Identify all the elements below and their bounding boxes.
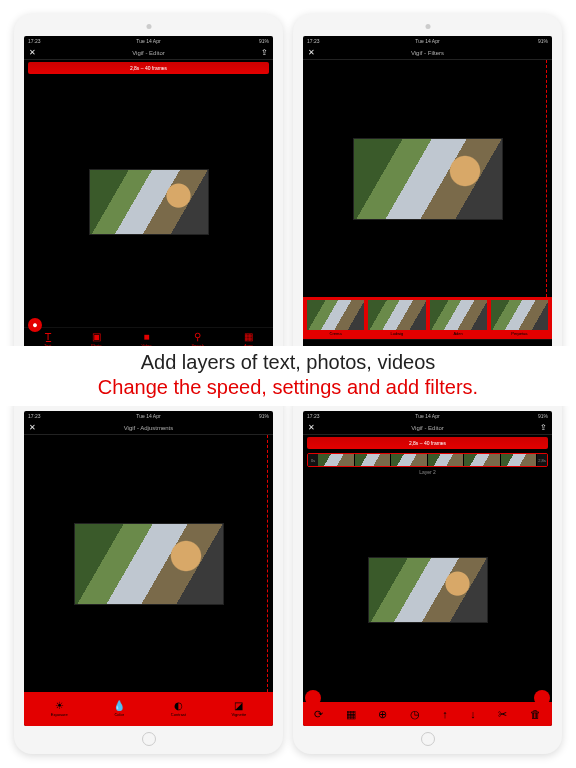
nav-bar: ✕ Vigif - Editor ⇪ (303, 421, 552, 435)
drop-icon: 💧 (113, 701, 125, 711)
status-bar: 17:23 Tue 14 Apr 91% (303, 36, 552, 46)
gif-preview[interactable] (368, 557, 488, 623)
frames-bar[interactable]: 2,8s – 40 frames (307, 437, 548, 449)
status-bar: 17:23 Tue 14 Apr 91% (303, 411, 552, 421)
filter-perpetua[interactable]: Perpetua (491, 300, 548, 336)
nav-bar: ✕ Vigif - Filters (303, 46, 552, 60)
screen-title: Vigif - Editor (411, 425, 444, 431)
filter-thumb (430, 300, 487, 330)
crop-edge[interactable] (546, 60, 552, 297)
home-button[interactable] (142, 732, 156, 746)
status-bar: 17:23 Tue 14 Apr 91% (24, 36, 273, 46)
timeline-thumb[interactable] (391, 454, 428, 466)
caption-line-1: Add layers of text, photos, videos (0, 350, 576, 375)
adjust-contrast[interactable]: ◐Contrast (171, 701, 186, 717)
record-fab[interactable]: ● (28, 318, 42, 332)
nav-bar: ✕ Vigif - Adjustments (24, 421, 273, 435)
filter-crema[interactable]: Crema (307, 300, 364, 336)
canvas[interactable] (303, 477, 552, 702)
frames-bar[interactable]: 2,8s – 40 frames (28, 62, 269, 74)
grid-icon[interactable]: ▦ (346, 708, 356, 721)
nav-bar: ✕ Vigif - Editor ⇪ (24, 46, 273, 60)
sun-icon: ☀ (55, 701, 64, 711)
loop-icon[interactable]: ⟳ (314, 708, 323, 721)
apps-icon: ▦ (244, 332, 253, 342)
status-battery: 91% (259, 38, 269, 44)
share-icon[interactable]: ⇪ (261, 48, 268, 57)
photo-icon: ▣ (92, 332, 101, 342)
canvas[interactable] (24, 76, 273, 327)
canvas[interactable] (303, 60, 552, 297)
close-icon[interactable]: ✕ (29, 48, 36, 57)
adjust-color[interactable]: 💧Color (113, 701, 125, 717)
vignette-icon: ◪ (234, 701, 243, 711)
close-icon[interactable]: ✕ (308, 48, 315, 57)
timeline[interactable]: 0s 2,8s (307, 453, 548, 467)
clock-icon[interactable]: ◷ (410, 708, 420, 721)
timeline-thumb[interactable] (501, 454, 538, 466)
marketing-caption: Add layers of text, photos, videos Chang… (0, 346, 576, 406)
status-date: Tue 14 Apr (136, 38, 160, 44)
crop-edge[interactable] (267, 435, 273, 692)
screen-title: Vigif - Adjustments (124, 425, 174, 431)
up-icon[interactable]: ↑ (442, 708, 448, 720)
gif-preview[interactable] (353, 138, 503, 220)
filter-thumb (368, 300, 425, 330)
text-icon: T̲ (45, 332, 51, 342)
video-icon: ■ (143, 332, 149, 342)
adjust-vignette[interactable]: ◪Vignette (232, 701, 247, 717)
cut-icon[interactable]: ✂ (498, 708, 507, 721)
caption-line-2: Change the speed, settings and add filte… (0, 375, 576, 400)
globe-icon[interactable]: ⊕ (378, 708, 387, 721)
filter-aden[interactable]: Aden (430, 300, 487, 336)
filter-thumb (491, 300, 548, 330)
contrast-icon: ◐ (174, 701, 183, 711)
frames-label: 2,8s – 40 frames (130, 65, 167, 71)
layer-label: Layer 2 (303, 469, 552, 477)
filter-thumb (307, 300, 364, 330)
trash-icon[interactable]: 🗑 (530, 708, 541, 720)
filter-strip: Crema Ludwig Aden Perpetua (303, 297, 552, 339)
layer-toolbar: ⟳ ▦ ⊕ ◷ ↑ ↓ ✂ 🗑 (303, 702, 552, 726)
timeline-end: 2,8s (537, 454, 547, 466)
adjustments-strip: ☀Exposure 💧Color ◐Contrast ◪Vignette (24, 692, 273, 726)
timeline-start: 0s (308, 454, 318, 466)
share-icon[interactable]: ⇪ (540, 423, 547, 432)
filter-ludwig[interactable]: Ludwig (368, 300, 425, 336)
home-button[interactable] (421, 732, 435, 746)
adjust-exposure[interactable]: ☀Exposure (51, 701, 68, 717)
close-icon[interactable]: ✕ (308, 423, 315, 432)
screen-title: Vigif - Editor (132, 50, 165, 56)
ipad-layers: 17:23 Tue 14 Apr 91% ✕ Vigif - Editor ⇪ … (293, 389, 562, 754)
down-icon[interactable]: ↓ (470, 708, 476, 720)
close-icon[interactable]: ✕ (29, 423, 36, 432)
ipad-adjustments: 17:23 Tue 14 Apr 91% ✕ Vigif - Adjustmen… (14, 389, 283, 754)
ipad-editor: 17:23 Tue 14 Apr 91% ✕ Vigif - Editor ⇪ … (14, 14, 283, 379)
timeline-thumb[interactable] (318, 454, 355, 466)
status-time: 17:23 (28, 38, 41, 44)
gif-preview[interactable] (89, 169, 209, 235)
canvas[interactable] (24, 435, 273, 692)
timeline-thumb[interactable] (464, 454, 501, 466)
screen-title: Vigif - Filters (411, 50, 444, 56)
status-bar: 17:23 Tue 14 Apr 91% (24, 411, 273, 421)
timeline-thumb[interactable] (428, 454, 465, 466)
ipad-filters: 17:23 Tue 14 Apr 91% ✕ Vigif - Filters C… (293, 14, 562, 379)
timeline-thumb[interactable] (355, 454, 392, 466)
gif-preview[interactable] (74, 523, 224, 605)
search-icon: ⚲ (194, 332, 201, 342)
